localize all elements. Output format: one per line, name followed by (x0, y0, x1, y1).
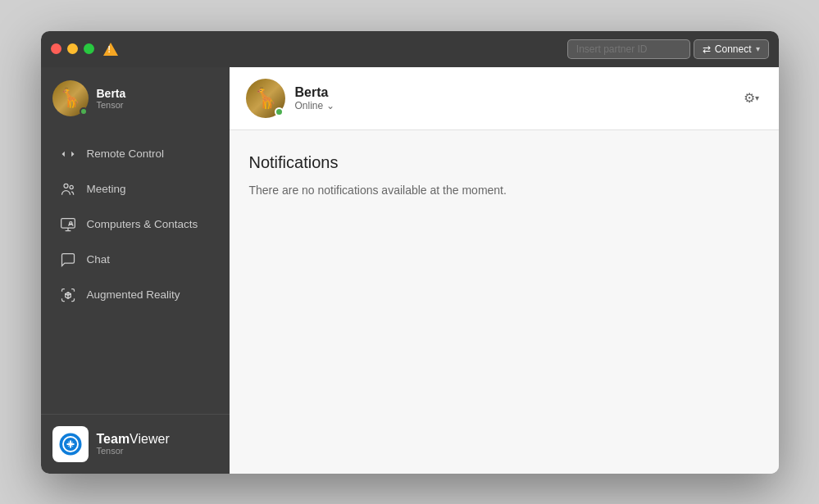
sidebar-item-augmented-reality[interactable]: Augmented Reality (46, 278, 225, 312)
content-panel: 🦒 Berta Online ⌄ ⚙ ▾ (230, 67, 779, 474)
sidebar-status-dot (80, 107, 88, 116)
partner-id-input[interactable] (567, 39, 690, 59)
sidebar-nav: Remote Control Meeting (41, 129, 230, 414)
svg-point-1 (70, 185, 73, 188)
connect-button[interactable]: ⇄ Connect ▾ (694, 39, 769, 59)
sidebar-user-section: 🦒 Berta Tensor (41, 67, 230, 129)
content-status-dot (275, 107, 284, 116)
content-status-text: Online (295, 100, 324, 111)
sidebar-item-label-remote-control: Remote Control (87, 148, 165, 160)
titlebar: ⇄ Connect ▾ (41, 31, 779, 67)
svg-rect-2 (61, 218, 75, 228)
sidebar-item-label-chat: Chat (87, 253, 111, 266)
teamviewer-logo-box (52, 426, 89, 462)
augmented-reality-icon (59, 286, 77, 304)
content-status: Online ⌄ (295, 100, 335, 111)
content-status-chevron-icon: ⌄ (326, 100, 334, 111)
gear-icon: ⚙ (744, 90, 755, 106)
sidebar-org: Tensor (97, 100, 126, 110)
brand-tensor: Tensor (97, 446, 170, 456)
sidebar-item-label-meeting: Meeting (87, 183, 126, 195)
svg-point-0 (64, 184, 68, 188)
sidebar-username: Berta (97, 87, 126, 100)
maximize-button[interactable] (84, 43, 94, 54)
sidebar-item-label-augmented-reality: Augmented Reality (87, 288, 180, 301)
sidebar-footer: TeamViewer Tensor (41, 414, 230, 474)
computers-contacts-icon (59, 216, 77, 234)
notifications-empty-message: There are no notifications available at … (249, 184, 759, 197)
sidebar-item-meeting[interactable]: Meeting (46, 172, 225, 207)
teamviewer-brand: TeamViewer Tensor (97, 432, 170, 456)
connect-label: Connect (715, 43, 752, 55)
window-controls (51, 43, 94, 54)
settings-button[interactable]: ⚙ ▾ (740, 87, 762, 109)
connect-dropdown-icon: ▾ (756, 44, 760, 53)
notifications-title: Notifications (249, 153, 759, 172)
meeting-icon (59, 180, 77, 198)
sidebar-item-label-computers-contacts: Computers & Contacts (87, 218, 198, 230)
sidebar-avatar-container: 🦒 (52, 80, 89, 116)
sidebar-user-info: Berta Tensor (97, 87, 126, 110)
content-header-actions: ⚙ ▾ (740, 87, 762, 109)
chat-icon (59, 251, 77, 269)
sidebar: 🦒 Berta Tensor Remote Co (41, 67, 230, 474)
brand-name: TeamViewer (97, 432, 170, 447)
minimize-button[interactable] (67, 43, 78, 54)
content-body: Notifications There are no notifications… (230, 130, 779, 474)
content-username: Berta (295, 85, 335, 100)
content-avatar-container: 🦒 (246, 79, 285, 118)
sidebar-item-computers-contacts[interactable]: Computers & Contacts (46, 207, 225, 242)
avatar-image: 🦒 (59, 88, 81, 109)
content-avatar-image: 🦒 (253, 87, 278, 110)
settings-chevron-icon: ▾ (755, 93, 759, 102)
content-user-info: Berta Online ⌄ (295, 85, 335, 111)
connect-arrow-icon: ⇄ (703, 43, 711, 55)
main-area: 🦒 Berta Tensor Remote Co (41, 67, 779, 474)
app-window: ⇄ Connect ▾ 🦒 Berta Tensor (41, 31, 779, 474)
content-header: 🦒 Berta Online ⌄ ⚙ ▾ (230, 67, 779, 130)
close-button[interactable] (51, 43, 61, 54)
remote-control-icon (59, 145, 77, 163)
sidebar-item-chat[interactable]: Chat (46, 243, 225, 277)
brand-bold: Team (97, 432, 130, 446)
sidebar-item-remote-control[interactable]: Remote Control (46, 137, 225, 171)
teamviewer-logo-icon (58, 432, 83, 456)
warning-icon (102, 42, 119, 57)
brand-light: Viewer (130, 432, 170, 446)
